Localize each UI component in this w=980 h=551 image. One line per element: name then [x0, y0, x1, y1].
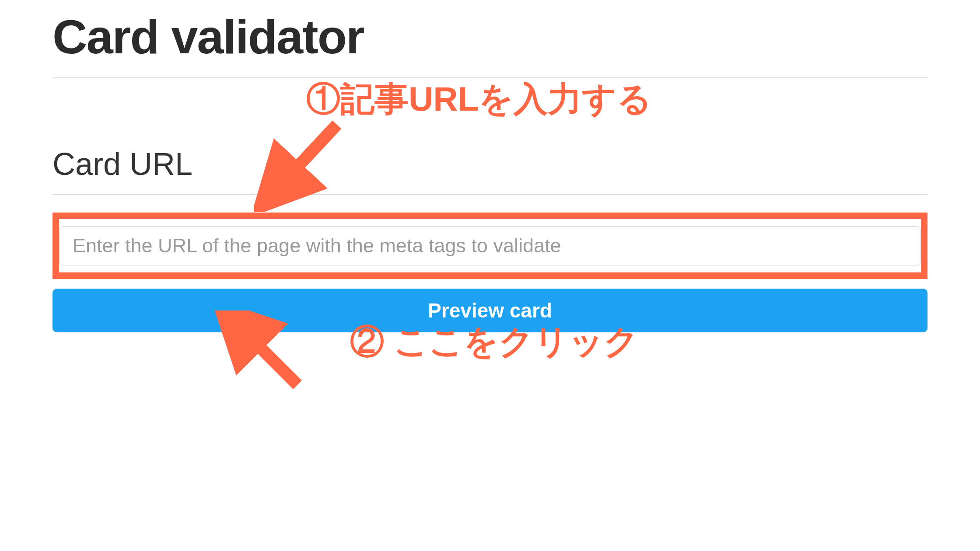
section-label-card-url: Card URL [52, 146, 928, 195]
card-url-input[interactable] [59, 226, 921, 265]
annotation-step2: ② ここをクリック [350, 319, 639, 365]
page-title: Card validator [52, 9, 928, 78]
annotation-step1: ①記事URLを入力する [306, 77, 652, 122]
validator-container: Card validator ①記事URLを入力する Card URL Prev… [0, 0, 980, 332]
url-input-highlight-box [52, 213, 928, 279]
svg-line-3 [236, 324, 298, 385]
